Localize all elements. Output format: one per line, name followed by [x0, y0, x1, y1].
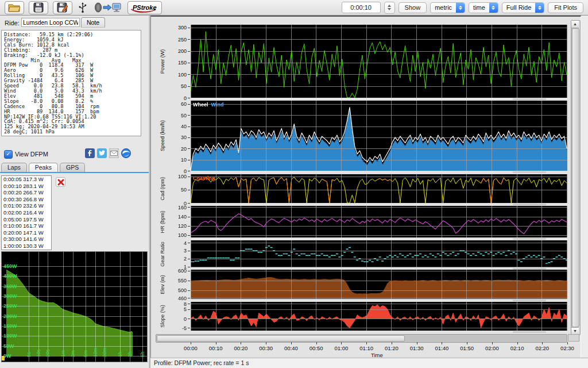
ytickmark [188, 148, 190, 149]
select-arrows-icon [489, 3, 498, 13]
time-tick: 00:00 [180, 345, 201, 351]
time-tick: 00:10 [206, 345, 226, 351]
ytickmark [188, 203, 190, 204]
xaxis-select[interactable]: time [469, 2, 498, 13]
plot-speed[interactable] [191, 101, 567, 171]
delete-peaks-button[interactable] [56, 177, 65, 187]
peak-row[interactable]: 1:00:00 130.3 W [2, 243, 51, 250]
select-arrows-icon [535, 3, 544, 13]
ytickmark [188, 74, 190, 75]
plot-cadence[interactable] [191, 174, 567, 203]
ytick-power: 0 [167, 95, 187, 101]
xtickmark [241, 342, 241, 344]
ytickmark [188, 171, 190, 171]
email-icon[interactable] [109, 148, 119, 158]
save-as-button[interactable] [53, 1, 72, 14]
ytick-speed: 0 [167, 168, 187, 174]
peak-row[interactable]: 0:20:00 147.1 W [2, 229, 51, 236]
time-window-input[interactable] [342, 2, 381, 13]
peak-row[interactable]: 0:00:10 283.1 W [2, 183, 51, 190]
ytickmark [188, 304, 190, 304]
plot-elev[interactable] [191, 270, 567, 299]
twitter-icon[interactable] [97, 148, 107, 158]
usb-icon [78, 2, 87, 13]
xtickmark [316, 342, 317, 344]
tab-laps[interactable]: Laps [1, 163, 27, 172]
ytick-cadence: 100 [167, 174, 187, 179]
tab-peaks[interactable]: Peaks [29, 163, 58, 172]
download-ride-button[interactable] [93, 1, 123, 14]
time-tick: 01:50 [457, 345, 477, 351]
open-file-button[interactable] [5, 1, 24, 14]
fit-plots-button[interactable]: Fit Plots [548, 2, 583, 13]
xtickmark [517, 342, 518, 344]
view-dfpm-checkbox[interactable]: ✓ [4, 150, 13, 159]
ytickmark [188, 98, 190, 98]
ytick-hr: 140 [167, 214, 187, 220]
ytickmark [188, 319, 190, 319]
peak-row[interactable]: 0:00:30 266.8 W [2, 196, 51, 203]
ytickmark [188, 86, 190, 87]
peak-row[interactable]: 0:01:00 232.6 W [2, 202, 51, 209]
save-button[interactable] [29, 1, 48, 14]
peak-row[interactable]: 0:05:00 197.5 W [2, 216, 51, 223]
ytickmark [188, 281, 190, 281]
ytickmark [188, 328, 190, 328]
vertical-scrollbar[interactable]: ▲ ▼ [571, 20, 581, 335]
xtickmark [266, 342, 266, 344]
plot-slope[interactable] [191, 302, 567, 331]
peak-row[interactable]: 0:00:20 266.7 W [2, 189, 51, 196]
view-dfpm-label: View DFPM [15, 151, 48, 158]
tab-underline [0, 172, 149, 173]
xtickmark [467, 342, 467, 344]
time-tick: 01:40 [431, 345, 452, 351]
ytickmark [188, 28, 190, 28]
usb-button[interactable] [77, 1, 88, 14]
vertical-scroll-thumb[interactable] [572, 28, 579, 327]
show-button[interactable]: Show [399, 2, 427, 13]
units-select-value: metric [435, 4, 452, 11]
mean-max-power-chart[interactable] [1, 251, 148, 362]
ytickmark [188, 243, 190, 243]
time-tick: 02:10 [507, 345, 528, 351]
peak-row[interactable]: 0:30:00 141.6 W [2, 236, 51, 243]
peak-row[interactable]: 0:10:00 161.7 W [2, 223, 51, 229]
units-select[interactable]: metric [430, 2, 465, 13]
time-tick: 00:50 [306, 345, 327, 351]
horizontal-scrollbar[interactable] [156, 334, 567, 343]
tab-bar: LapsPeaksGPS [1, 163, 87, 172]
peaks-list: 0:00:05 317.3 W0:00:10 283.1 W0:00:20 26… [1, 175, 52, 250]
time-window-stepper[interactable] [384, 2, 395, 14]
facebook-icon[interactable] [85, 148, 95, 158]
google-earth-icon[interactable] [121, 148, 131, 158]
pstroke-logo-button[interactable]: PStroke [127, 1, 162, 14]
range-select[interactable]: Full Ride [502, 2, 544, 13]
ytick-cadence: 50 [167, 187, 187, 193]
xtickmark [291, 342, 292, 344]
ride-name-input[interactable] [21, 18, 80, 27]
legend-item: Wheel [193, 102, 208, 108]
ytick-power: 250 [167, 37, 187, 43]
peak-row[interactable]: 0:00:05 317.3 W [2, 176, 51, 183]
ytickmark [188, 207, 190, 208]
ytick-slope: -5 [167, 325, 187, 331]
note-button[interactable]: Note [81, 17, 105, 28]
ytick-power: 50 [167, 83, 187, 89]
scroll-up-icon[interactable]: ▲ [571, 21, 579, 28]
plot-gear[interactable] [191, 240, 567, 267]
select-arrows-icon [456, 3, 465, 13]
time-tick: 00:20 [230, 345, 251, 351]
ytick-hr: 160 [167, 205, 187, 210]
tab-gps[interactable]: GPS [60, 163, 85, 172]
legend-item: Wind [211, 102, 224, 108]
xtickmark [567, 342, 568, 344]
plot-power[interactable] [191, 25, 567, 98]
plot-resize-indicator [513, 98, 546, 100]
plot-hr[interactable] [191, 206, 567, 237]
horizontal-scroll-thumb[interactable] [157, 335, 405, 342]
peak-row[interactable]: 0:02:00 216.4 W [2, 209, 51, 216]
pstroke-swoosh-icon [130, 8, 157, 14]
xtickmark [392, 342, 392, 344]
toolbar-right-controls: Show metric time Full Ride Fit Plots [342, 2, 583, 14]
time-tick: 01:10 [356, 345, 377, 351]
